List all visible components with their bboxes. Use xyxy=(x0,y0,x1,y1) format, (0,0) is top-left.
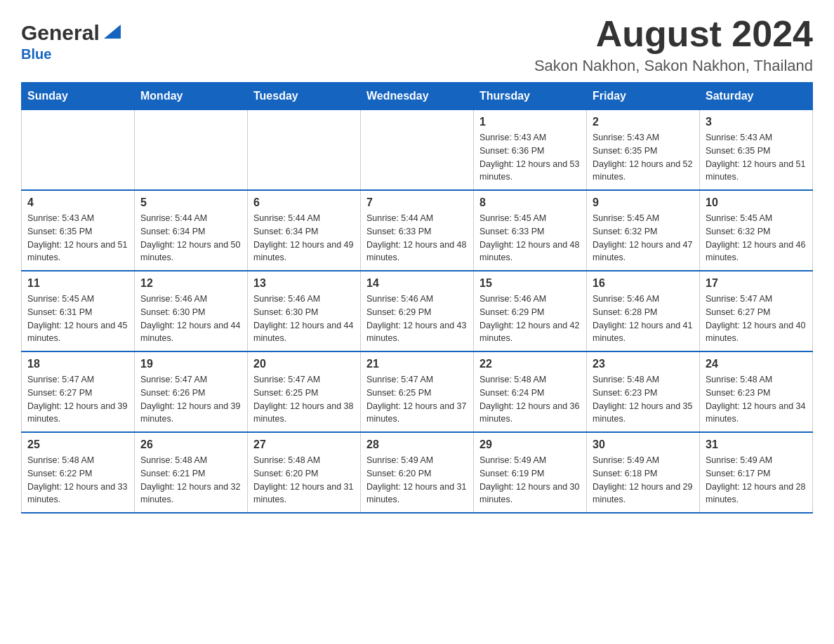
day-number: 12 xyxy=(140,277,241,290)
day-info: Sunrise: 5:46 AMSunset: 6:29 PMDaylight:… xyxy=(366,293,468,345)
calendar-cell: 27Sunrise: 5:48 AMSunset: 6:20 PMDayligh… xyxy=(248,432,361,513)
calendar-cell: 9Sunrise: 5:45 AMSunset: 6:32 PMDaylight… xyxy=(587,190,700,271)
calendar-cell: 18Sunrise: 5:47 AMSunset: 6:27 PMDayligh… xyxy=(22,351,135,432)
day-number: 22 xyxy=(479,358,581,370)
calendar-cell: 14Sunrise: 5:46 AMSunset: 6:29 PMDayligh… xyxy=(361,271,474,351)
day-number: 2 xyxy=(593,116,694,128)
weekday-header-tuesday: Tuesday xyxy=(248,83,361,110)
day-number: 19 xyxy=(140,358,241,370)
calendar-cell: 4Sunrise: 5:43 AMSunset: 6:35 PMDaylight… xyxy=(22,190,135,271)
calendar-table: SundayMondayTuesdayWednesdayThursdayFrid… xyxy=(21,82,813,514)
day-number: 1 xyxy=(479,116,581,128)
day-number: 31 xyxy=(706,438,807,451)
calendar-cell: 15Sunrise: 5:46 AMSunset: 6:29 PMDayligh… xyxy=(474,271,587,351)
calendar-cell: 12Sunrise: 5:46 AMSunset: 6:30 PMDayligh… xyxy=(135,271,248,351)
calendar-cell: 17Sunrise: 5:47 AMSunset: 6:27 PMDayligh… xyxy=(700,271,813,351)
weekday-header-monday: Monday xyxy=(135,83,248,110)
calendar-cell: 20Sunrise: 5:47 AMSunset: 6:25 PMDayligh… xyxy=(248,351,361,432)
week-row-5: 25Sunrise: 5:48 AMSunset: 6:22 PMDayligh… xyxy=(22,432,813,513)
svg-marker-0 xyxy=(104,25,121,39)
calendar-cell: 19Sunrise: 5:47 AMSunset: 6:26 PMDayligh… xyxy=(135,351,248,432)
day-info: Sunrise: 5:47 AMSunset: 6:25 PMDaylight:… xyxy=(366,373,468,426)
day-info: Sunrise: 5:49 AMSunset: 6:18 PMDaylight:… xyxy=(593,454,694,507)
day-number: 16 xyxy=(593,277,694,290)
day-info: Sunrise: 5:43 AMSunset: 6:35 PMDaylight:… xyxy=(706,131,807,184)
day-info: Sunrise: 5:49 AMSunset: 6:19 PMDaylight:… xyxy=(479,454,581,507)
day-number: 13 xyxy=(253,277,355,290)
logo-general-text: General xyxy=(21,21,100,45)
day-number: 14 xyxy=(366,277,468,290)
day-info: Sunrise: 5:47 AMSunset: 6:26 PMDaylight:… xyxy=(140,373,241,426)
weekday-header-friday: Friday xyxy=(587,83,700,110)
day-info: Sunrise: 5:48 AMSunset: 6:23 PMDaylight:… xyxy=(593,373,694,426)
day-info: Sunrise: 5:45 AMSunset: 6:31 PMDaylight:… xyxy=(27,293,128,345)
calendar-cell: 29Sunrise: 5:49 AMSunset: 6:19 PMDayligh… xyxy=(474,432,587,513)
calendar-cell: 13Sunrise: 5:46 AMSunset: 6:30 PMDayligh… xyxy=(248,271,361,351)
day-number: 8 xyxy=(479,196,581,209)
day-info: Sunrise: 5:46 AMSunset: 6:28 PMDaylight:… xyxy=(593,293,694,345)
day-info: Sunrise: 5:48 AMSunset: 6:22 PMDaylight:… xyxy=(27,454,128,507)
calendar-cell xyxy=(22,110,135,191)
week-row-1: 1Sunrise: 5:43 AMSunset: 6:36 PMDaylight… xyxy=(22,110,813,191)
day-info: Sunrise: 5:49 AMSunset: 6:20 PMDaylight:… xyxy=(366,454,468,507)
day-info: Sunrise: 5:45 AMSunset: 6:33 PMDaylight:… xyxy=(479,212,581,264)
day-info: Sunrise: 5:43 AMSunset: 6:35 PMDaylight:… xyxy=(593,131,694,184)
calendar-cell: 5Sunrise: 5:44 AMSunset: 6:34 PMDaylight… xyxy=(135,190,248,271)
day-number: 3 xyxy=(706,116,807,128)
calendar-cell xyxy=(361,110,474,191)
calendar-cell: 8Sunrise: 5:45 AMSunset: 6:33 PMDaylight… xyxy=(474,190,587,271)
week-row-2: 4Sunrise: 5:43 AMSunset: 6:35 PMDaylight… xyxy=(22,190,813,271)
calendar-cell: 28Sunrise: 5:49 AMSunset: 6:20 PMDayligh… xyxy=(361,432,474,513)
day-info: Sunrise: 5:47 AMSunset: 6:27 PMDaylight:… xyxy=(27,373,128,426)
calendar-cell: 7Sunrise: 5:44 AMSunset: 6:33 PMDaylight… xyxy=(361,190,474,271)
day-info: Sunrise: 5:48 AMSunset: 6:21 PMDaylight:… xyxy=(140,454,241,507)
day-number: 6 xyxy=(253,196,355,209)
month-year-title: August 2024 xyxy=(534,14,813,54)
day-number: 11 xyxy=(27,277,128,290)
day-info: Sunrise: 5:46 AMSunset: 6:30 PMDaylight:… xyxy=(140,293,241,345)
day-number: 24 xyxy=(706,358,807,370)
calendar-cell: 6Sunrise: 5:44 AMSunset: 6:34 PMDaylight… xyxy=(248,190,361,271)
day-number: 30 xyxy=(593,438,694,451)
day-info: Sunrise: 5:43 AMSunset: 6:36 PMDaylight:… xyxy=(479,131,581,184)
week-row-4: 18Sunrise: 5:47 AMSunset: 6:27 PMDayligh… xyxy=(22,351,813,432)
logo: General Blue xyxy=(21,21,124,62)
day-number: 28 xyxy=(366,438,468,451)
weekday-header-row: SundayMondayTuesdayWednesdayThursdayFrid… xyxy=(22,83,813,110)
day-info: Sunrise: 5:47 AMSunset: 6:27 PMDaylight:… xyxy=(706,293,807,345)
day-info: Sunrise: 5:45 AMSunset: 6:32 PMDaylight:… xyxy=(706,212,807,264)
weekday-header-wednesday: Wednesday xyxy=(361,83,474,110)
day-info: Sunrise: 5:46 AMSunset: 6:30 PMDaylight:… xyxy=(253,293,355,345)
calendar-cell: 24Sunrise: 5:48 AMSunset: 6:23 PMDayligh… xyxy=(700,351,813,432)
calendar-cell: 25Sunrise: 5:48 AMSunset: 6:22 PMDayligh… xyxy=(22,432,135,513)
day-info: Sunrise: 5:48 AMSunset: 6:24 PMDaylight:… xyxy=(479,373,581,426)
day-info: Sunrise: 5:44 AMSunset: 6:34 PMDaylight:… xyxy=(253,212,355,264)
calendar-cell: 2Sunrise: 5:43 AMSunset: 6:35 PMDaylight… xyxy=(587,110,700,191)
logo-blue-text: Blue xyxy=(21,46,51,62)
calendar-cell: 10Sunrise: 5:45 AMSunset: 6:32 PMDayligh… xyxy=(700,190,813,271)
day-number: 25 xyxy=(27,438,128,451)
weekday-header-saturday: Saturday xyxy=(700,83,813,110)
calendar-cell: 23Sunrise: 5:48 AMSunset: 6:23 PMDayligh… xyxy=(587,351,700,432)
calendar-cell: 16Sunrise: 5:46 AMSunset: 6:28 PMDayligh… xyxy=(587,271,700,351)
calendar-cell: 22Sunrise: 5:48 AMSunset: 6:24 PMDayligh… xyxy=(474,351,587,432)
calendar-cell: 1Sunrise: 5:43 AMSunset: 6:36 PMDaylight… xyxy=(474,110,587,191)
calendar-cell: 11Sunrise: 5:45 AMSunset: 6:31 PMDayligh… xyxy=(22,271,135,351)
day-info: Sunrise: 5:46 AMSunset: 6:29 PMDaylight:… xyxy=(479,293,581,345)
day-info: Sunrise: 5:43 AMSunset: 6:35 PMDaylight:… xyxy=(27,212,128,264)
day-number: 23 xyxy=(593,358,694,370)
day-info: Sunrise: 5:44 AMSunset: 6:34 PMDaylight:… xyxy=(140,212,241,264)
day-number: 4 xyxy=(27,196,128,209)
page-header: General Blue August 2024 Sakon Nakhon, S… xyxy=(21,14,813,75)
day-number: 7 xyxy=(366,196,468,209)
day-number: 27 xyxy=(253,438,355,451)
day-info: Sunrise: 5:47 AMSunset: 6:25 PMDaylight:… xyxy=(253,373,355,426)
day-number: 20 xyxy=(253,358,355,370)
calendar-cell xyxy=(248,110,361,191)
day-info: Sunrise: 5:48 AMSunset: 6:20 PMDaylight:… xyxy=(253,454,355,507)
day-number: 26 xyxy=(140,438,241,451)
day-number: 9 xyxy=(593,196,694,209)
week-row-3: 11Sunrise: 5:45 AMSunset: 6:31 PMDayligh… xyxy=(22,271,813,351)
day-number: 15 xyxy=(479,277,581,290)
weekday-header-sunday: Sunday xyxy=(22,83,135,110)
